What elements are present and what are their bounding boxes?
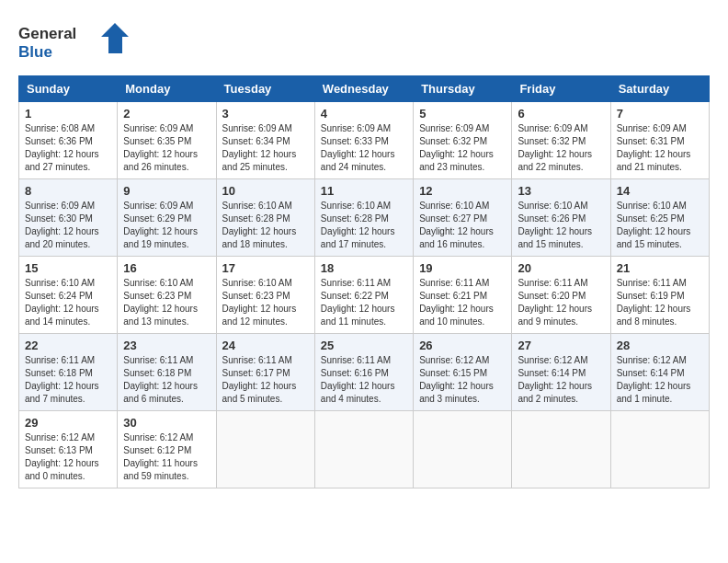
day-cell: 24Sunrise: 6:11 AM Sunset: 6:17 PM Dayli…: [216, 334, 314, 411]
day-info: Sunrise: 6:11 AM Sunset: 6:16 PM Dayligh…: [321, 354, 407, 406]
day-number: 21: [617, 261, 703, 275]
day-number: 23: [123, 339, 210, 352]
day-info: Sunrise: 6:12 AM Sunset: 6:15 PM Dayligh…: [419, 354, 506, 406]
day-number: 8: [25, 184, 111, 198]
day-number: 12: [419, 184, 506, 198]
day-info: Sunrise: 6:09 AM Sunset: 6:32 PM Dayligh…: [518, 122, 604, 174]
day-number: 24: [222, 339, 309, 352]
day-info: Sunrise: 6:09 AM Sunset: 6:33 PM Dayligh…: [321, 122, 407, 174]
day-cell: 16Sunrise: 6:10 AM Sunset: 6:23 PM Dayli…: [118, 257, 216, 334]
svg-marker-2: [101, 23, 129, 53]
day-info: Sunrise: 6:11 AM Sunset: 6:22 PM Dayligh…: [321, 277, 407, 328]
day-info: Sunrise: 6:09 AM Sunset: 6:31 PM Dayligh…: [617, 122, 703, 174]
day-number: 7: [617, 107, 703, 121]
col-header-thursday: Thursday: [414, 76, 512, 102]
day-info: Sunrise: 6:10 AM Sunset: 6:23 PM Dayligh…: [222, 277, 309, 328]
week-row-2: 8Sunrise: 6:09 AM Sunset: 6:30 PM Daylig…: [19, 179, 710, 257]
day-cell: 26Sunrise: 6:12 AM Sunset: 6:15 PM Dayli…: [414, 334, 512, 411]
day-cell: 7Sunrise: 6:09 AM Sunset: 6:31 PM Daylig…: [610, 102, 709, 179]
day-number: 10: [222, 184, 309, 198]
day-cell: 30Sunrise: 6:12 AM Sunset: 6:12 PM Dayli…: [118, 411, 216, 488]
day-cell: 1Sunrise: 6:08 AM Sunset: 6:36 PM Daylig…: [19, 102, 118, 179]
day-number: 4: [321, 107, 407, 121]
week-row-5: 29Sunrise: 6:12 AM Sunset: 6:13 PM Dayli…: [19, 411, 710, 488]
day-info: Sunrise: 6:11 AM Sunset: 6:17 PM Dayligh…: [222, 354, 309, 406]
day-cell: 15Sunrise: 6:10 AM Sunset: 6:24 PM Dayli…: [19, 257, 118, 334]
day-cell: 27Sunrise: 6:12 AM Sunset: 6:14 PM Dayli…: [512, 334, 610, 411]
col-header-wednesday: Wednesday: [314, 76, 413, 102]
day-cell: 20Sunrise: 6:11 AM Sunset: 6:20 PM Dayli…: [512, 257, 610, 334]
day-number: 15: [25, 261, 111, 275]
day-number: 2: [123, 107, 210, 121]
day-number: 11: [321, 184, 407, 198]
day-number: 16: [123, 261, 210, 275]
day-cell: 25Sunrise: 6:11 AM Sunset: 6:16 PM Dayli…: [314, 334, 413, 411]
day-number: 5: [419, 107, 506, 121]
day-cell: 9Sunrise: 6:09 AM Sunset: 6:29 PM Daylig…: [118, 179, 216, 257]
day-cell: [512, 411, 610, 488]
day-number: 28: [617, 339, 703, 352]
day-info: Sunrise: 6:09 AM Sunset: 6:34 PM Dayligh…: [222, 122, 309, 174]
day-info: Sunrise: 6:12 AM Sunset: 6:14 PM Dayligh…: [518, 354, 604, 406]
day-info: Sunrise: 6:10 AM Sunset: 6:23 PM Dayligh…: [123, 277, 210, 328]
day-cell: 3Sunrise: 6:09 AM Sunset: 6:34 PM Daylig…: [216, 102, 314, 179]
day-info: Sunrise: 6:10 AM Sunset: 6:28 PM Dayligh…: [222, 200, 309, 251]
week-row-3: 15Sunrise: 6:10 AM Sunset: 6:24 PM Dayli…: [19, 257, 710, 334]
day-cell: 28Sunrise: 6:12 AM Sunset: 6:14 PM Dayli…: [610, 334, 709, 411]
week-row-4: 22Sunrise: 6:11 AM Sunset: 6:18 PM Dayli…: [19, 334, 710, 411]
day-number: 18: [321, 261, 407, 275]
col-header-sunday: Sunday: [19, 76, 118, 102]
day-number: 29: [25, 416, 111, 430]
day-cell: 10Sunrise: 6:10 AM Sunset: 6:28 PM Dayli…: [216, 179, 314, 257]
logo-svg: General Blue: [18, 18, 129, 64]
day-info: Sunrise: 6:10 AM Sunset: 6:26 PM Dayligh…: [518, 200, 604, 251]
day-number: 13: [518, 184, 604, 198]
day-cell: 6Sunrise: 6:09 AM Sunset: 6:32 PM Daylig…: [512, 102, 610, 179]
day-info: Sunrise: 6:11 AM Sunset: 6:21 PM Dayligh…: [419, 277, 506, 328]
col-header-monday: Monday: [118, 76, 216, 102]
day-cell: 21Sunrise: 6:11 AM Sunset: 6:19 PM Dayli…: [610, 257, 709, 334]
day-info: Sunrise: 6:10 AM Sunset: 6:28 PM Dayligh…: [321, 200, 407, 251]
day-info: Sunrise: 6:10 AM Sunset: 6:27 PM Dayligh…: [419, 200, 506, 251]
day-info: Sunrise: 6:12 AM Sunset: 6:12 PM Dayligh…: [123, 431, 210, 483]
col-header-saturday: Saturday: [610, 76, 709, 102]
day-number: 14: [617, 184, 703, 198]
day-number: 17: [222, 261, 309, 275]
day-cell: 8Sunrise: 6:09 AM Sunset: 6:30 PM Daylig…: [19, 179, 118, 257]
day-cell: [414, 411, 512, 488]
header-row: SundayMondayTuesdayWednesdayThursdayFrid…: [19, 76, 710, 102]
day-cell: 29Sunrise: 6:12 AM Sunset: 6:13 PM Dayli…: [19, 411, 118, 488]
day-cell: 18Sunrise: 6:11 AM Sunset: 6:22 PM Dayli…: [314, 257, 413, 334]
day-number: 27: [518, 339, 604, 352]
day-cell: [610, 411, 709, 488]
col-header-tuesday: Tuesday: [216, 76, 314, 102]
day-cell: [314, 411, 413, 488]
day-cell: 22Sunrise: 6:11 AM Sunset: 6:18 PM Dayli…: [19, 334, 118, 411]
day-number: 20: [518, 261, 604, 275]
day-info: Sunrise: 6:11 AM Sunset: 6:18 PM Dayligh…: [25, 354, 111, 406]
day-info: Sunrise: 6:09 AM Sunset: 6:29 PM Dayligh…: [123, 200, 210, 251]
day-info: Sunrise: 6:11 AM Sunset: 6:20 PM Dayligh…: [518, 277, 604, 328]
day-number: 19: [419, 261, 506, 275]
day-number: 1: [25, 107, 111, 121]
day-cell: [216, 411, 314, 488]
header: General Blue: [18, 18, 710, 64]
day-number: 22: [25, 339, 111, 352]
svg-text:Blue: Blue: [18, 43, 52, 61]
day-number: 30: [123, 416, 210, 430]
day-info: Sunrise: 6:09 AM Sunset: 6:30 PM Dayligh…: [25, 200, 111, 251]
day-cell: 2Sunrise: 6:09 AM Sunset: 6:35 PM Daylig…: [118, 102, 216, 179]
day-info: Sunrise: 6:12 AM Sunset: 6:14 PM Dayligh…: [617, 354, 703, 406]
day-info: Sunrise: 6:08 AM Sunset: 6:36 PM Dayligh…: [25, 122, 111, 174]
day-info: Sunrise: 6:10 AM Sunset: 6:24 PM Dayligh…: [25, 277, 111, 328]
week-row-1: 1Sunrise: 6:08 AM Sunset: 6:36 PM Daylig…: [19, 102, 710, 179]
day-cell: 17Sunrise: 6:10 AM Sunset: 6:23 PM Dayli…: [216, 257, 314, 334]
day-cell: 13Sunrise: 6:10 AM Sunset: 6:26 PM Dayli…: [512, 179, 610, 257]
day-info: Sunrise: 6:12 AM Sunset: 6:13 PM Dayligh…: [25, 431, 111, 483]
day-number: 6: [518, 107, 604, 121]
day-info: Sunrise: 6:09 AM Sunset: 6:35 PM Dayligh…: [123, 122, 210, 174]
day-info: Sunrise: 6:11 AM Sunset: 6:18 PM Dayligh…: [123, 354, 210, 406]
day-cell: 5Sunrise: 6:09 AM Sunset: 6:32 PM Daylig…: [414, 102, 512, 179]
day-cell: 14Sunrise: 6:10 AM Sunset: 6:25 PM Dayli…: [610, 179, 709, 257]
day-info: Sunrise: 6:10 AM Sunset: 6:25 PM Dayligh…: [617, 200, 703, 251]
